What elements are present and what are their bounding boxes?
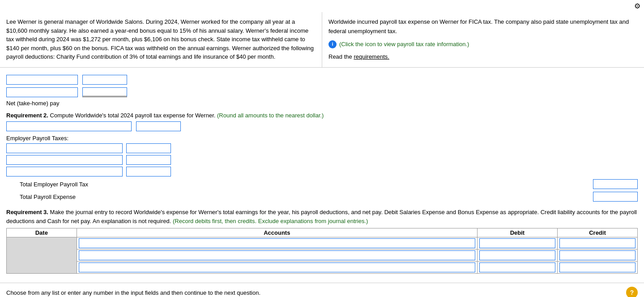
journal-credit-input-3[interactable] bbox=[559, 263, 635, 272]
total-employer-row: Total Employer Payroll Tax bbox=[6, 179, 638, 189]
help-button[interactable]: ? bbox=[626, 287, 638, 297]
table-header-accounts: Accounts bbox=[77, 228, 477, 237]
journal-debit-cell-2[interactable] bbox=[477, 250, 557, 262]
info-link-text[interactable]: (Click the icon to view payroll tax rate… bbox=[339, 40, 469, 49]
journal-accounts-input-3[interactable] bbox=[79, 263, 475, 272]
requirement3-section: Requirement 3. Make the journal entry to… bbox=[6, 208, 638, 274]
read-text: Read the bbox=[328, 53, 352, 60]
employer-input-2b[interactable] bbox=[126, 155, 171, 165]
journal-table: Date Accounts Debit Credit bbox=[6, 228, 638, 274]
req2-input-1a[interactable] bbox=[6, 121, 132, 131]
info-icon[interactable]: i bbox=[328, 40, 337, 48]
employer-row-2 bbox=[6, 155, 638, 165]
total-employer-label: Total Employer Payroll Tax bbox=[6, 181, 88, 188]
requirements-link[interactable]: requirements. bbox=[354, 53, 389, 60]
footer-bar: Choose from any list or enter any number… bbox=[0, 283, 644, 297]
journal-accounts-cell-3[interactable] bbox=[77, 262, 477, 274]
net-pay-label: Net (take-home) pay bbox=[6, 100, 60, 107]
journal-credit-cell-2[interactable] bbox=[557, 250, 637, 262]
journal-accounts-input-2[interactable] bbox=[79, 250, 475, 260]
net-pay-row bbox=[6, 87, 638, 97]
req2-input-row-top bbox=[6, 121, 638, 131]
total-payroll-row: Total Payroll Expense bbox=[6, 192, 638, 202]
journal-credit-cell-1[interactable] bbox=[557, 237, 637, 250]
scenario-text-right: Worldwide incurred payroll tax expense o… bbox=[322, 12, 644, 67]
input-row-1 bbox=[6, 75, 638, 85]
journal-accounts-input-1[interactable] bbox=[79, 238, 475, 248]
journal-debit-cell-3[interactable] bbox=[477, 262, 557, 274]
req2-input-1b[interactable] bbox=[136, 121, 181, 131]
journal-date-cell bbox=[7, 237, 77, 274]
employer-input-3a[interactable] bbox=[6, 167, 123, 176]
journal-row-3 bbox=[7, 262, 638, 274]
table-header-date: Date bbox=[7, 228, 77, 237]
settings-icon[interactable]: ⚙ bbox=[634, 2, 640, 10]
employer-taxes-label: Employer Payroll Taxes: bbox=[6, 135, 638, 142]
journal-debit-cell-1[interactable] bbox=[477, 237, 557, 250]
journal-debit-input-1[interactable] bbox=[479, 238, 555, 248]
journal-accounts-cell-2[interactable] bbox=[77, 250, 477, 262]
total-employer-input[interactable] bbox=[593, 179, 638, 189]
journal-row-2 bbox=[7, 250, 638, 262]
net-pay-input-label[interactable] bbox=[6, 87, 78, 97]
journal-credit-input-2[interactable] bbox=[559, 250, 635, 260]
net-pay-input-value[interactable] bbox=[82, 87, 127, 97]
total-payroll-input[interactable] bbox=[593, 192, 638, 202]
employer-input-3b[interactable] bbox=[126, 167, 171, 176]
journal-accounts-cell-1[interactable] bbox=[77, 237, 477, 250]
table-header-credit: Credit bbox=[557, 228, 637, 237]
requirement2-header: Requirement 2. Compute Worldwide's total… bbox=[6, 112, 638, 119]
journal-debit-input-3[interactable] bbox=[479, 263, 555, 272]
journal-row-1 bbox=[7, 237, 638, 250]
employer-input-1a[interactable] bbox=[6, 143, 123, 153]
employer-input-2a[interactable] bbox=[6, 155, 123, 165]
employer-row-3 bbox=[6, 167, 638, 176]
employer-row-1 bbox=[6, 143, 638, 153]
journal-credit-input-1[interactable] bbox=[559, 238, 635, 248]
journal-credit-cell-3[interactable] bbox=[557, 262, 637, 274]
footer-text: Choose from any list or enter any number… bbox=[6, 289, 260, 296]
journal-debit-input-2[interactable] bbox=[479, 250, 555, 260]
employer-input-1b[interactable] bbox=[126, 143, 171, 153]
table-header-debit: Debit bbox=[477, 228, 557, 237]
input-field-1a[interactable] bbox=[6, 75, 78, 85]
requirement3-header: Requirement 3. Make the journal entry to… bbox=[6, 208, 638, 225]
total-payroll-label: Total Payroll Expense bbox=[6, 194, 76, 200]
input-field-1b[interactable] bbox=[82, 75, 127, 85]
scenario-text-left: Lee Werner is general manager of Worldwi… bbox=[0, 12, 322, 67]
